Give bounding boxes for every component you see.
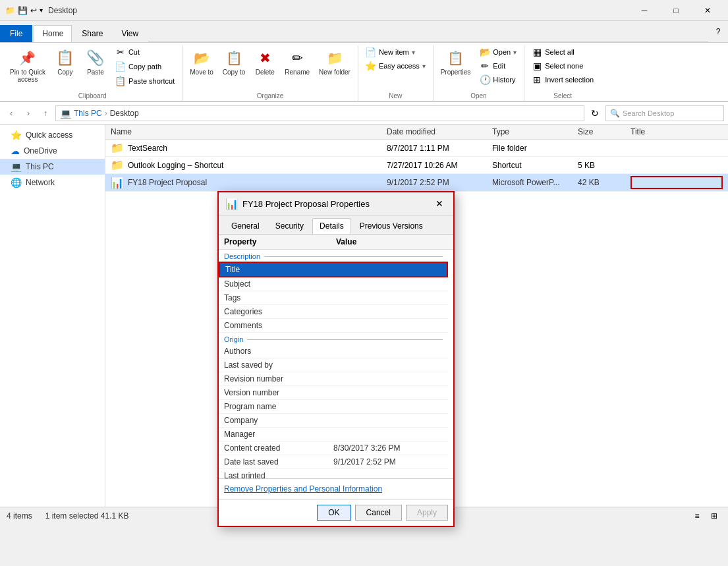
props-body[interactable]: Description Title Subject Tags Categorie… [219,250,453,478]
undo-btn[interactable]: ↩ [30,6,37,15]
col-size[interactable]: Size [578,127,630,136]
prop-last-saved-by: Last saved by [224,360,333,370]
dialog-tab-general[interactable]: General [224,218,267,234]
props-row-company[interactable]: Company [219,414,448,428]
sidebar-item-network[interactable]: 🌐 Network [0,175,105,190]
file-row-fy18[interactable]: 📊 FY18 Project Proposal 9/1/2017 2:52 PM… [105,174,728,192]
sidebar-item-quick-access[interactable]: ⭐ Quick access [0,127,105,143]
save-btn[interactable]: 💾 [18,6,28,15]
file-row-textsearch[interactable]: 📁 TextSearch 8/7/2017 1:11 PM File folde… [105,140,728,157]
select-none-button[interactable]: ▣ Select none [528,59,597,72]
back-button[interactable]: ‹ [4,106,18,121]
props-row-revision[interactable]: Revision number [219,372,448,386]
new-item-button[interactable]: 📄 New item ▾ [362,45,429,59]
dialog-tab-prev-versions[interactable]: Previous Versions [352,218,430,234]
forward-button[interactable]: › [21,106,36,121]
refresh-button[interactable]: ↻ [587,105,603,121]
history-button[interactable]: 🕐 History [476,73,520,86]
select-all-button[interactable]: ▦ Select all [528,45,597,59]
delete-button[interactable]: ✖ Delete [251,45,279,78]
minimize-button[interactable]: ─ [629,0,659,21]
copy-to-label: Copy to [223,69,245,76]
search-box[interactable]: 🔍 Search Desktop [605,105,724,121]
invert-icon: ⊞ [532,74,542,85]
copy-path-button[interactable]: 📄 Copy path [112,60,178,73]
props-row-authors[interactable]: Authors [219,345,448,358]
props-row-manager[interactable]: Manager [219,428,448,441]
dialog-title: FY18 Project Proposal Properties [242,199,428,209]
props-col-property: Property [224,237,336,246]
tab-home[interactable]: Home [34,25,72,42]
ok-button[interactable]: OK [317,505,350,521]
open-extras: 📂 Open ▾ ✏ Edit 🕐 History [476,45,520,86]
thispc-icon: 💻 [11,161,22,172]
file-title-cell[interactable] [630,176,723,189]
help-button[interactable]: ? [708,21,728,42]
customize-btn[interactable]: ▾ [40,7,43,14]
path-part-desktop[interactable]: Desktop [110,109,139,118]
col-type[interactable]: Type [492,127,578,136]
copy-button[interactable]: 📋 Copy [51,45,79,78]
tab-share[interactable]: Share [73,25,111,42]
val-subject [333,279,443,289]
props-row-comments[interactable]: Comments [219,319,448,333]
dialog-tab-security[interactable]: Security [268,218,311,234]
apply-button[interactable]: Apply [406,505,448,521]
close-button[interactable]: ✕ [692,0,723,21]
move-to-label: Move to [190,69,213,76]
props-row-tags[interactable]: Tags [219,291,448,305]
pptx-icon: 📊 [111,177,124,189]
easy-access-button[interactable]: ⭐ Easy access ▾ [362,59,429,72]
col-title[interactable]: Title [630,127,723,136]
props-row-title[interactable]: Title [219,262,448,277]
file-date-textsearch: 8/7/2017 1:11 PM [387,144,492,153]
file-row-outlook[interactable]: 📁 Outlook Logging – Shortcut 7/27/2017 1… [105,157,728,174]
sidebar-item-onedrive[interactable]: ☁ OneDrive [0,143,105,159]
props-row-date-last-saved[interactable]: Date last saved 9/1/2017 2:52 PM [219,455,448,469]
new-folder-button[interactable]: 📁 New folder [316,45,354,78]
copy-to-button[interactable]: 📋 Copy to [219,45,248,78]
details-view-button[interactable]: ≡ [690,509,704,523]
up-button[interactable]: ↑ [38,106,53,121]
copy-path-icon: 📄 [115,61,126,72]
col-name[interactable]: Name [111,127,387,136]
rename-button[interactable]: ✏ Rename [281,45,313,78]
col-date[interactable]: Date modified [387,127,492,136]
props-row-categories[interactable]: Categories [219,305,448,319]
val-revision [333,374,443,383]
dialog-tab-details[interactable]: Details [312,218,351,234]
props-row-program[interactable]: Program name [219,400,448,414]
dialog-content: Property Value Description Title Subject [219,235,453,478]
props-row-version[interactable]: Version number [219,386,448,400]
props-header: Property Value [219,235,453,250]
paste-shortcut-button[interactable]: 📋 Paste shortcut [112,74,178,88]
pin-to-quick-access-button[interactable]: 📌 Pin to Quickaccess [7,45,49,85]
paste-button[interactable]: 📎 Paste [82,45,109,78]
props-col-value: Value [336,237,448,246]
properties-button[interactable]: 📋 Properties [437,45,474,78]
ribbon: 📌 Pin to Quickaccess 📋 Copy 📎 Paste ✂ [0,43,728,102]
edit-button[interactable]: ✏ Edit [476,59,520,72]
val-content-created: 8/30/2017 3:26 PM [333,443,443,453]
dialog-close-button[interactable]: ✕ [432,196,447,211]
properties-dialog: 📊 FY18 Project Proposal Properties ✕ Gen… [217,191,455,524]
address-path[interactable]: 💻 This PC › Desktop [55,105,584,121]
path-part-thispc[interactable]: This PC [74,109,102,118]
cut-button[interactable]: ✂ Cut [112,45,178,59]
invert-selection-button[interactable]: ⊞ Invert selection [528,73,597,86]
remove-properties-link[interactable]: Remove Properties and Personal Informati… [224,484,382,494]
large-icon-view-button[interactable]: ⊞ [707,509,721,523]
props-row-last-printed[interactable]: Last printed [219,469,448,478]
cancel-button[interactable]: Cancel [355,505,402,521]
props-row-last-saved-by[interactable]: Last saved by [219,358,448,372]
tab-file[interactable]: File [0,25,32,42]
move-to-button[interactable]: 📂 Move to [186,45,217,78]
tab-view[interactable]: View [113,25,147,42]
prop-authors: Authors [224,347,333,356]
maximize-button[interactable]: □ [661,0,691,21]
open-button[interactable]: 📂 Open ▾ [476,45,520,59]
props-row-subject[interactable]: Subject [219,277,448,291]
props-row-content-created[interactable]: Content created 8/30/2017 3:26 PM [219,441,448,455]
sidebar-item-this-pc[interactable]: 💻 This PC [0,159,105,175]
onedrive-icon: ☁ [11,146,20,156]
